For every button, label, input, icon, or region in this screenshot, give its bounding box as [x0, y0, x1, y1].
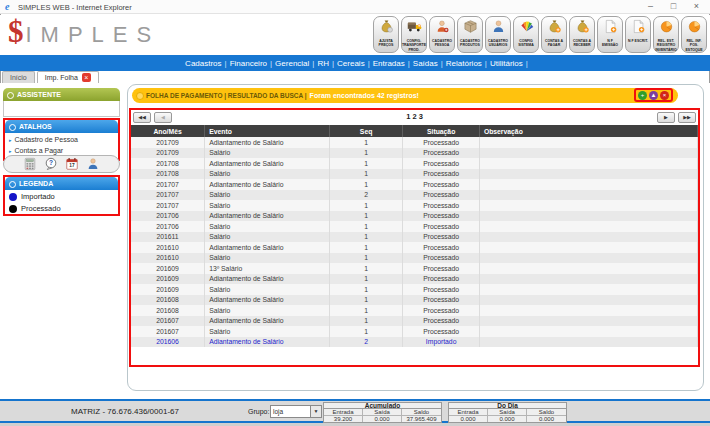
- cell-evento[interactable]: Adiantamento de Salário: [205, 137, 330, 148]
- cell-seq[interactable]: 1: [329, 200, 403, 211]
- column-header[interactable]: Ano/Mês: [131, 125, 205, 137]
- user-icon[interactable]: [86, 157, 100, 171]
- calendar-icon[interactable]: 17: [65, 157, 79, 171]
- cell-seq[interactable]: 1: [329, 158, 403, 169]
- table-row[interactable]: 201609Adiantamento de Salário1Processado: [131, 274, 698, 285]
- cell-seq[interactable]: 1: [329, 295, 403, 306]
- cell-situacao[interactable]: Processado: [403, 232, 479, 243]
- cell-seq[interactable]: 1: [329, 179, 403, 190]
- cell-observacao[interactable]: [479, 158, 697, 169]
- cell-situacao[interactable]: Processado: [403, 316, 479, 327]
- add-button[interactable]: +: [638, 91, 647, 100]
- cell-situacao[interactable]: Processado: [403, 179, 479, 190]
- cell-ano-mes[interactable]: 201709: [131, 137, 205, 148]
- cell-seq[interactable]: 2: [329, 337, 403, 348]
- cell-ano-mes[interactable]: 201606: [131, 337, 205, 348]
- cell-observacao[interactable]: [479, 326, 697, 337]
- close-button[interactable]: ×: [685, 0, 708, 14]
- cell-situacao[interactable]: Processado: [403, 221, 479, 232]
- table-row[interactable]: 201608Salário1Processado: [131, 305, 698, 316]
- table-row[interactable]: 201607Adiantamento de Salário1Processado: [131, 316, 698, 327]
- table-row[interactable]: 201708Salário1Processado: [131, 169, 698, 180]
- toolbar-button-cadastro-usuarios[interactable]: CADASTRO USUÁRIOS: [485, 16, 511, 53]
- cell-evento[interactable]: Salário: [205, 221, 330, 232]
- cell-evento[interactable]: Salário: [205, 326, 330, 337]
- cell-observacao[interactable]: [479, 242, 697, 253]
- table-row[interactable]: 201607Salário1Processado: [131, 326, 698, 337]
- cell-seq[interactable]: 1: [329, 221, 403, 232]
- cell-observacao[interactable]: [479, 200, 697, 211]
- cell-situacao[interactable]: Processado: [403, 211, 479, 222]
- cell-ano-mes[interactable]: 201708: [131, 158, 205, 169]
- cell-evento[interactable]: Salário: [205, 200, 330, 211]
- cell-seq[interactable]: 1: [329, 137, 403, 148]
- cell-evento[interactable]: Salário: [205, 284, 330, 295]
- menu-item[interactable]: Relatórios: [446, 59, 482, 68]
- cell-situacao[interactable]: Processado: [403, 137, 479, 148]
- table-row[interactable]: 201709Salário1Processado: [131, 148, 698, 159]
- cell-observacao[interactable]: [479, 263, 697, 274]
- cell-ano-mes[interactable]: 201610: [131, 253, 205, 264]
- cell-observacao[interactable]: [479, 148, 697, 159]
- cell-ano-mes[interactable]: 201706: [131, 211, 205, 222]
- cell-seq[interactable]: 1: [329, 242, 403, 253]
- cell-situacao[interactable]: Processado: [403, 284, 479, 295]
- cell-observacao[interactable]: [479, 337, 697, 348]
- cell-ano-mes[interactable]: 201607: [131, 326, 205, 337]
- cell-seq[interactable]: 1: [329, 284, 403, 295]
- menu-item[interactable]: Utilitários: [490, 59, 523, 68]
- cell-ano-mes[interactable]: 201608: [131, 305, 205, 316]
- shortcut-item[interactable]: ▸Contas a Pagar: [5, 144, 118, 155]
- table-row[interactable]: 201610Adiantamento de Salário1Processado: [131, 242, 698, 253]
- menu-item[interactable]: Saídas: [413, 59, 438, 68]
- cell-ano-mes[interactable]: 201610: [131, 242, 205, 253]
- cell-ano-mes[interactable]: 201609: [131, 274, 205, 285]
- table-row[interactable]: 201608Adiantamento de Salário1Processado: [131, 295, 698, 306]
- cell-evento[interactable]: Salário: [205, 305, 330, 316]
- cell-evento[interactable]: Adiantamento de Salário: [205, 337, 330, 348]
- cell-ano-mes[interactable]: 201707: [131, 190, 205, 201]
- cell-situacao[interactable]: Processado: [403, 274, 479, 285]
- shortcut-item[interactable]: ▸Cadastro de Pessoa: [5, 133, 118, 144]
- cell-evento[interactable]: Adiantamento de Salário: [205, 242, 330, 253]
- cell-evento[interactable]: Salário: [205, 190, 330, 201]
- help-icon[interactable]: ?: [44, 157, 58, 171]
- cell-observacao[interactable]: [479, 284, 697, 295]
- cell-situacao[interactable]: Processado: [403, 326, 479, 337]
- cell-observacao[interactable]: [479, 316, 697, 327]
- table-row[interactable]: 201606Adiantamento de Salário2Importado: [131, 337, 698, 348]
- toolbar-button-contas-a-receber[interactable]: CONTAS A RECEBER: [569, 16, 595, 53]
- next-page-button[interactable]: ▶: [657, 112, 675, 123]
- cell-ano-mes[interactable]: 201607: [131, 316, 205, 327]
- cell-ano-mes[interactable]: 201708: [131, 169, 205, 180]
- cell-seq[interactable]: 1: [329, 326, 403, 337]
- calculator-icon[interactable]: [23, 157, 37, 171]
- cell-evento[interactable]: Adiantamento de Salário: [205, 274, 330, 285]
- cell-evento[interactable]: Salário: [205, 148, 330, 159]
- cell-observacao[interactable]: [479, 179, 697, 190]
- cell-situacao[interactable]: Processado: [403, 190, 479, 201]
- close-result-button[interactable]: ×: [660, 91, 669, 100]
- minimize-button[interactable]: –: [639, 0, 662, 14]
- table-row[interactable]: 201707Salário1Processado: [131, 200, 698, 211]
- cell-evento[interactable]: Adiantamento de Salário: [205, 211, 330, 222]
- menu-item[interactable]: Financeiro: [230, 59, 267, 68]
- toolbar-button-nf-emissao[interactable]: N F EMISSÃO: [597, 16, 623, 53]
- cell-evento[interactable]: 13º Salário: [205, 263, 330, 274]
- cell-evento[interactable]: Salário: [205, 253, 330, 264]
- cell-ano-mes[interactable]: 201609: [131, 284, 205, 295]
- table-row[interactable]: 201707Adiantamento de Salário1Processado: [131, 179, 698, 190]
- cell-observacao[interactable]: [479, 253, 697, 264]
- cell-situacao[interactable]: Processado: [403, 169, 479, 180]
- cell-seq[interactable]: 1: [329, 169, 403, 180]
- up-button[interactable]: ▲: [649, 91, 658, 100]
- table-row[interactable]: 201610Salário1Processado: [131, 253, 698, 264]
- table-row[interactable]: 201609Salário1Processado: [131, 284, 698, 295]
- toolbar-button-rel-inf-pos-estoque[interactable]: REL. INF. POS. ESTOQUE: [681, 16, 707, 53]
- cell-evento[interactable]: Adiantamento de Salário: [205, 179, 330, 190]
- cell-situacao[interactable]: Processado: [403, 242, 479, 253]
- cell-seq[interactable]: 1: [329, 232, 403, 243]
- column-header[interactable]: Situação: [403, 125, 479, 137]
- cell-evento[interactable]: Adiantamento de Salário: [205, 316, 330, 327]
- menu-item[interactable]: Entradas: [373, 59, 405, 68]
